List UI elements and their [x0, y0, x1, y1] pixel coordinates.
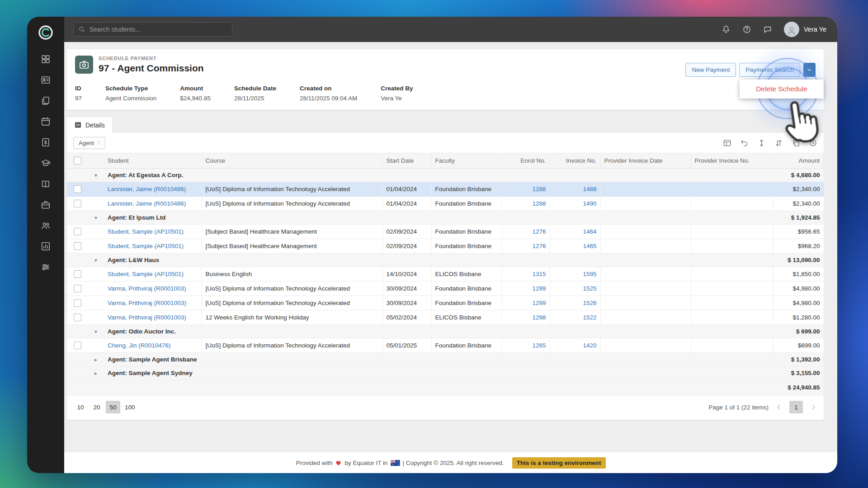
faculty-cell: ELICOS Bisbane: [431, 310, 502, 325]
table-row[interactable]: Cheng, Jin (R0010476)[UoS] Diploma of In…: [67, 338, 824, 353]
library-icon[interactable]: [41, 179, 51, 189]
row-checkbox[interactable]: [74, 285, 81, 292]
col-header-amount[interactable]: Amount: [773, 153, 824, 169]
student-link[interactable]: Varma, Prithviraj (R0001003): [108, 285, 186, 292]
enrol-no-link[interactable]: 1299: [532, 285, 546, 292]
page-size-20[interactable]: 20: [90, 401, 104, 413]
messages-icon[interactable]: [763, 25, 772, 34]
table-row[interactable]: Lannister, Jaime (R0010486)[UoS] Diploma…: [67, 197, 824, 211]
row-checkbox[interactable]: [74, 185, 81, 193]
history-icon[interactable]: [809, 139, 817, 147]
collapse-group-icon[interactable]: ▾: [91, 257, 100, 263]
tab-details[interactable]: Details: [67, 117, 112, 133]
page-size-10[interactable]: 10: [73, 401, 88, 413]
expand-group-icon[interactable]: ▸: [91, 370, 100, 376]
row-checkbox[interactable]: [74, 200, 81, 207]
notifications-icon[interactable]: [722, 25, 731, 34]
student-link[interactable]: Cheng, Jin (R0010476): [108, 342, 171, 349]
help-icon[interactable]: [742, 25, 751, 34]
student-link[interactable]: Lannister, Jaime (R0010486): [108, 186, 186, 192]
table-row[interactable]: Student, Sample (AP10501)[Subject Based]…: [67, 225, 824, 239]
app-logo-icon[interactable]: [37, 23, 55, 42]
col-header-start-date[interactable]: Start Date: [382, 153, 431, 169]
row-checkbox[interactable]: [74, 314, 81, 321]
col-header-invoice-no-[interactable]: Invoice No.: [550, 153, 600, 169]
table-row[interactable]: Varma, Prithviraj (R0001003)12 Weeks Eng…: [67, 310, 824, 325]
page-1-button[interactable]: 1: [789, 401, 803, 413]
row-checkbox[interactable]: [74, 228, 81, 235]
table-row[interactable]: Varma, Prithviraj (R0001003)[UoS] Diplom…: [67, 282, 824, 296]
enrol-no-link[interactable]: 1265: [532, 342, 546, 349]
agents-icon[interactable]: [41, 221, 51, 230]
reorder-rows-icon[interactable]: [774, 139, 783, 147]
row-checkbox[interactable]: [74, 270, 81, 278]
student-link[interactable]: Student, Sample (AP10501): [108, 228, 184, 235]
table-row[interactable]: Student, Sample (AP10501)Business Englis…: [67, 267, 824, 282]
user-menu[interactable]: Vera Ye: [784, 22, 826, 37]
page-size-50[interactable]: 50: [106, 401, 120, 413]
next-page-icon[interactable]: [809, 403, 817, 411]
col-header-student[interactable]: Student: [104, 153, 202, 169]
courses-icon[interactable]: [41, 158, 51, 168]
invoice-no-link[interactable]: 1595: [583, 271, 596, 277]
page-size-100[interactable]: 100: [122, 401, 138, 413]
enrol-no-link[interactable]: 1276: [532, 228, 546, 235]
invoice-no-link[interactable]: 1526: [583, 300, 596, 306]
enrol-no-link[interactable]: 1299: [532, 300, 546, 306]
expand-rows-icon[interactable]: [757, 139, 766, 147]
collapse-group-icon[interactable]: ▾: [91, 172, 100, 178]
layout-icon[interactable]: [723, 139, 731, 147]
student-link[interactable]: Lannister, Jaime (R0010486): [108, 200, 186, 207]
invoice-no-link[interactable]: 1420: [583, 342, 596, 349]
enrol-no-link[interactable]: 1276: [532, 243, 546, 249]
invoice-no-link[interactable]: 1465: [583, 243, 596, 249]
row-checkbox[interactable]: [74, 299, 81, 307]
applications-icon[interactable]: [41, 96, 51, 106]
student-link[interactable]: Varma, Prithviraj (R0001003): [108, 300, 186, 306]
collapse-group-icon[interactable]: ▾: [91, 328, 100, 335]
finance-icon[interactable]: $: [41, 137, 51, 147]
students-icon[interactable]: [41, 75, 51, 85]
invoice-no-link[interactable]: 1522: [583, 314, 596, 321]
invoice-no-link[interactable]: 1490: [583, 200, 596, 207]
invoice-no-link[interactable]: 1525: [583, 285, 596, 292]
delete-schedule-menu-item[interactable]: Delete Schedule: [740, 80, 824, 99]
col-header-provider-invoice-date[interactable]: Provider Invoice Date: [600, 153, 691, 169]
enrol-no-link[interactable]: 1315: [532, 271, 546, 277]
invoice-no-link[interactable]: 1488: [583, 186, 596, 192]
col-header-enrol-no-[interactable]: Enrol No.: [502, 153, 550, 169]
reports-icon[interactable]: [41, 241, 51, 251]
col-header-faculty[interactable]: Faculty: [431, 153, 502, 169]
enrol-no-link[interactable]: 1288: [532, 200, 546, 207]
select-all-checkbox[interactable]: [74, 157, 81, 164]
settings-icon[interactable]: [41, 262, 51, 272]
table-row[interactable]: Student, Sample (AP10501)[Subject Based]…: [67, 239, 824, 253]
faculty-cell: ELICOS Bisbane: [431, 267, 502, 282]
col-header-course[interactable]: Course: [202, 153, 382, 169]
copy-grid-icon[interactable]: [792, 139, 800, 147]
invoice-no-link[interactable]: 1464: [583, 228, 596, 235]
timetables-icon[interactable]: [41, 117, 51, 127]
col-header-provider-invoice-no-[interactable]: Provider Invoice No.: [691, 153, 773, 169]
enrol-no-link[interactable]: 1288: [532, 186, 546, 192]
collapse-group-icon[interactable]: ▾: [91, 215, 100, 221]
student-link[interactable]: Varma, Prithviraj (R0001003): [108, 314, 186, 321]
new-payment-button[interactable]: New Payment: [685, 63, 736, 77]
search-students-box[interactable]: [73, 22, 232, 37]
enrol-no-link[interactable]: 1298: [532, 314, 546, 321]
expand-group-icon[interactable]: ▸: [91, 357, 100, 363]
employers-icon[interactable]: [41, 200, 51, 210]
group-by-agent-chip[interactable]: Agent ↑: [73, 137, 105, 149]
student-link[interactable]: Student, Sample (AP10501): [108, 271, 184, 277]
student-link[interactable]: Student, Sample (AP10501): [108, 243, 184, 249]
payments-search-button[interactable]: Payments Search: [739, 63, 800, 77]
table-row[interactable]: Varma, Prithviraj (R0001003)[UoS] Diplom…: [67, 296, 824, 310]
row-checkbox[interactable]: [74, 342, 81, 349]
dashboard-icon[interactable]: [41, 54, 51, 64]
row-checkbox[interactable]: [74, 242, 81, 250]
undo-icon[interactable]: [740, 139, 749, 147]
search-input[interactable]: [90, 26, 227, 33]
more-actions-dropdown-button[interactable]: [803, 63, 816, 77]
prev-page-icon[interactable]: [775, 403, 783, 411]
table-row[interactable]: Lannister, Jaime (R0010486)[UoS] Diploma…: [67, 182, 824, 197]
